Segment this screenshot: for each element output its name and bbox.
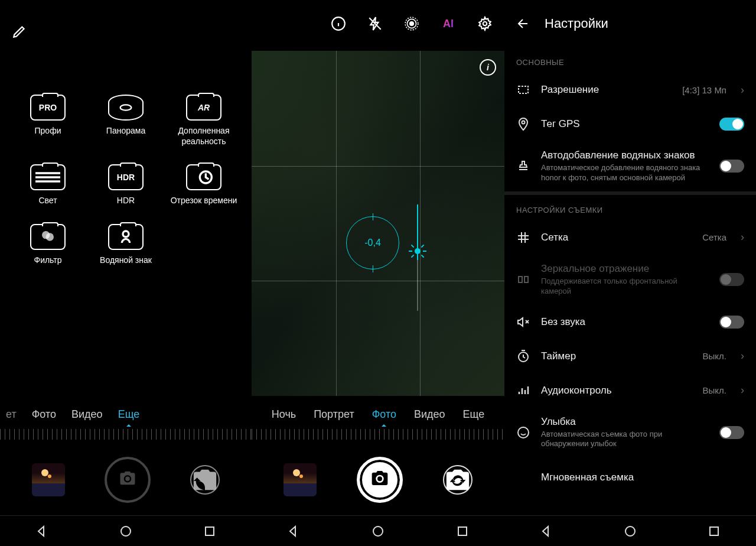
nav-home-icon[interactable]	[371, 524, 385, 538]
setting-audio-control[interactable]: Аудиоконтроль Выкл. ›	[504, 373, 756, 408]
mute-icon	[516, 315, 530, 329]
mode-panorama[interactable]: Панорама	[90, 95, 162, 147]
nav-recent-icon[interactable]	[455, 524, 470, 538]
tab-portrait[interactable]: Портрет	[314, 408, 354, 421]
settings-list[interactable]: ОСНОВНЫЕ Разрешение [4:3] 13 Мп › Тег GP…	[504, 47, 756, 515]
bottom-controls-left	[0, 444, 252, 515]
setting-value: [4:3] 13 Мп	[682, 85, 726, 95]
setting-label: Разрешение	[541, 84, 672, 96]
svg-point-0	[120, 105, 132, 110]
toggle-watermark[interactable]	[719, 160, 744, 173]
edit-icon[interactable]	[12, 24, 27, 39]
viewfinder-info-icon[interactable]: i	[480, 59, 496, 76]
svg-point-8	[410, 22, 414, 26]
chevron-right-icon: ›	[741, 384, 744, 396]
mode-watermark[interactable]: Водяной знак	[90, 224, 162, 265]
mode-pro[interactable]: PRO Профи	[12, 95, 84, 147]
setting-label: Без звука	[541, 316, 709, 328]
smile-icon	[516, 425, 530, 440]
setting-resolution[interactable]: Разрешение [4:3] 13 Мп ›	[504, 73, 756, 107]
nav-back-icon[interactable]	[286, 524, 301, 538]
shutter-button[interactable]	[357, 457, 403, 503]
svg-rect-14	[519, 86, 528, 93]
mode-ar[interactable]: AR Дополненная реальность	[168, 95, 240, 147]
setting-label: Улыбка	[541, 416, 709, 428]
setting-smile[interactable]: Улыбка Автоматическая съемка фото при об…	[504, 408, 756, 458]
toggle-mute[interactable]	[719, 316, 744, 329]
settings-header: Настройки	[504, 0, 756, 47]
nav-recent-icon[interactable]	[707, 524, 721, 538]
tab-night[interactable]: Ночь	[272, 408, 296, 421]
tab-video[interactable]: Видео	[414, 408, 445, 421]
mode-timelapse[interactable]: Отрезок времени	[168, 164, 240, 206]
aspect-ratio-icon	[516, 83, 530, 97]
toggle-gps[interactable]	[719, 118, 744, 131]
nav-recent-icon[interactable]	[203, 524, 217, 538]
setting-instant[interactable]: Мгновенная съемка	[504, 457, 756, 492]
nav-back-icon[interactable]	[539, 524, 553, 538]
tab-photo[interactable]: Фото	[372, 408, 396, 421]
camera-pro-icon: PRO	[30, 95, 66, 121]
camera-viewfinder[interactable]: i -0,4	[252, 51, 504, 396]
settings-title: Настройки	[545, 16, 608, 31]
svg-rect-17	[524, 277, 528, 282]
android-navbar-right	[504, 515, 756, 546]
grid-line	[336, 51, 337, 396]
camera-icon	[119, 469, 136, 491]
tab-cut[interactable]: ет	[6, 408, 17, 421]
tab-video[interactable]: Видео	[71, 408, 103, 421]
setting-watermark[interactable]: Автодобавление водяных знаков Автоматиче…	[504, 141, 756, 191]
mode-label: HDR	[117, 195, 135, 206]
mode-hdr[interactable]: HDR HDR	[90, 164, 162, 206]
focus-ring[interactable]: -0,4	[346, 216, 399, 269]
tick-rail	[0, 429, 252, 440]
mode-label: Водяной знак	[100, 255, 152, 265]
tab-more[interactable]: Еще	[463, 408, 485, 421]
chevron-right-icon: ›	[741, 231, 744, 243]
mode-label: Отрезок времени	[171, 195, 237, 206]
svg-point-11	[483, 22, 487, 26]
ai-icon[interactable]: AI	[441, 16, 456, 31]
setting-mute[interactable]: Без звука	[504, 305, 756, 339]
setting-value: Выкл.	[703, 385, 726, 395]
tick-rail	[252, 429, 504, 440]
tab-photo[interactable]: Фото	[32, 408, 56, 421]
mode-label: Фильтр	[34, 255, 61, 265]
flash-off-icon[interactable]	[367, 16, 383, 31]
gallery-thumbnail[interactable]	[284, 463, 317, 496]
nav-back-icon[interactable]	[35, 524, 49, 538]
nav-home-icon[interactable]	[623, 524, 637, 538]
mode-label: Профи	[35, 125, 61, 136]
setting-gps[interactable]: Тег GPS	[504, 107, 756, 141]
light-painting-icon	[30, 164, 66, 190]
info-icon[interactable]	[331, 16, 346, 31]
setting-timer[interactable]: Таймер Выкл. ›	[504, 339, 756, 373]
camera-modes-panel: PRO Профи Панорама AR Дополненная реальн…	[0, 0, 252, 546]
stamp-icon	[516, 159, 530, 173]
mode-light[interactable]: Свет	[12, 164, 84, 206]
setting-mirror: Зеркальное отражение Поддерживается толь…	[504, 255, 756, 305]
grid-line	[420, 51, 421, 396]
tab-more[interactable]: Еще	[118, 408, 140, 421]
filter-icon	[30, 224, 66, 250]
setting-description: Автоматическое добавление водяного знака…	[541, 163, 709, 183]
mode-label: Дополненная реальность	[168, 125, 240, 147]
gallery-thumbnail[interactable]	[32, 463, 65, 496]
switch-camera-button[interactable]	[443, 465, 472, 495]
shutter-button-disabled[interactable]	[105, 457, 151, 503]
setting-grid[interactable]: Сетка Сетка ›	[504, 220, 756, 255]
mode-filter[interactable]: Фильтр	[12, 224, 84, 265]
nav-home-icon[interactable]	[119, 524, 133, 538]
settings-gear-icon[interactable]	[477, 16, 493, 31]
toggle-mirror	[719, 273, 744, 286]
back-arrow-icon[interactable]	[516, 16, 530, 31]
section-title-shooting: НАСТРОЙКИ СЪЕМКИ	[504, 195, 756, 220]
setting-label: Тег GPS	[541, 118, 709, 130]
svg-point-19	[518, 427, 529, 438]
toggle-smile[interactable]	[719, 426, 744, 439]
exposure-slider-handle[interactable]	[410, 243, 425, 259]
live-photo-icon[interactable]	[404, 16, 419, 31]
section-title-main: ОСНОВНЫЕ	[504, 47, 756, 73]
setting-label: Аудиоконтроль	[541, 385, 692, 396]
switch-camera-button[interactable]	[190, 465, 220, 495]
